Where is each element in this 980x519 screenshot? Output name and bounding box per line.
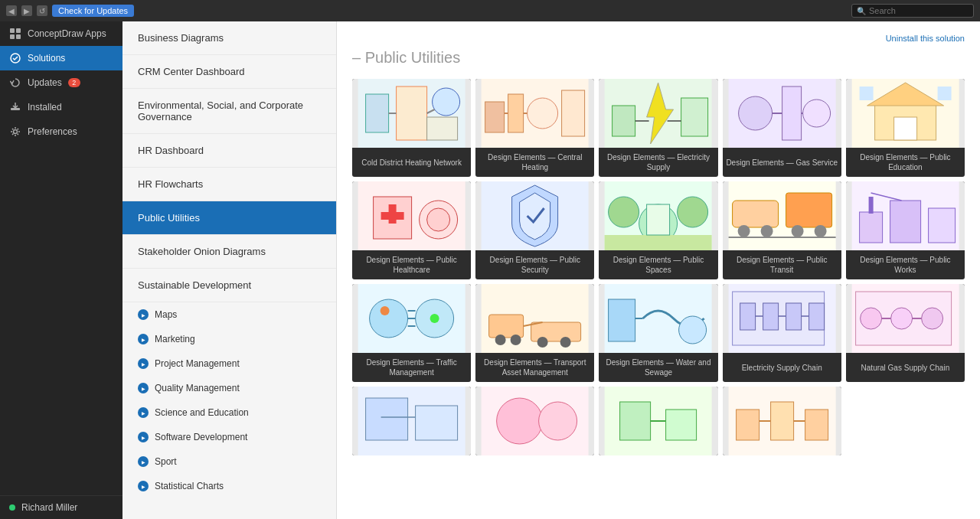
grid-thumb <box>352 387 471 455</box>
grid-item[interactable]: Cold District Heating Network <box>352 79 471 177</box>
sub-marketing[interactable]: Marketing <box>122 327 336 351</box>
grid-item[interactable] <box>475 387 594 455</box>
grid-thumb <box>846 79 965 148</box>
grid-label: Design Elements — Public Spaces <box>599 250 717 279</box>
installed-icon <box>9 101 21 113</box>
grid-item[interactable]: Design Elements — Public Education <box>846 79 965 177</box>
nav-hr-flowcharts[interactable]: HR Flowcharts <box>122 168 336 201</box>
grid-item[interactable] <box>352 387 471 455</box>
sidebar-prefs-label: Preferences <box>28 126 77 137</box>
svg-point-10 <box>433 88 460 116</box>
svg-rect-63 <box>928 208 955 243</box>
grid-item[interactable]: Design Elements — Public Spaces <box>599 181 717 279</box>
user-item: Richard Miller <box>0 496 122 519</box>
nav-list: Business Diagrams CRM Center Dashboard E… <box>122 21 337 519</box>
sub-sport[interactable]: Sport <box>122 449 336 474</box>
grid-item[interactable]: Design Elements — Transport Asset Manage… <box>475 284 594 382</box>
sidebar-solutions-label: Solutions <box>28 53 65 64</box>
sub-science[interactable]: Science and Education <box>122 400 336 425</box>
nav-sustainable[interactable]: Sustainable Development <box>122 269 336 302</box>
solutions-icon <box>9 52 21 64</box>
expand-project-icon <box>138 358 149 369</box>
refresh-button[interactable]: ↺ <box>37 5 47 16</box>
grid-thumb <box>352 284 471 353</box>
sidebar-installed-label: Installed <box>28 102 62 113</box>
svg-rect-11 <box>427 117 458 140</box>
sidebar-item-preferences[interactable]: Preferences <box>0 119 122 144</box>
sidebar-item-solutions[interactable]: Solutions <box>0 46 122 70</box>
sub-project-mgmt[interactable]: Project Management <box>122 351 336 376</box>
updates-icon <box>9 77 21 89</box>
grid-thumb <box>723 79 841 148</box>
search-box: 🔍 <box>851 4 974 18</box>
svg-rect-62 <box>890 201 920 243</box>
expand-marketing-icon <box>138 334 149 344</box>
expand-software-icon <box>138 432 149 442</box>
sidebar-item-updates[interactable]: Updates 2 <box>0 70 122 95</box>
apps-icon <box>9 28 21 40</box>
sidebar-item-apps[interactable]: ConceptDraw Apps <box>0 21 122 46</box>
svg-point-47 <box>609 197 639 227</box>
sub-quality-mgmt[interactable]: Quality Management <box>122 376 336 400</box>
nav-stakeholder[interactable]: Stakeholder Onion Diagrams <box>122 235 336 269</box>
check-updates-button[interactable]: Check for Updates <box>52 5 134 17</box>
gear-icon <box>9 126 21 138</box>
grid-thumb <box>352 181 471 250</box>
sub-maps[interactable]: Maps <box>122 302 336 327</box>
grid-label: Design Elements — Public Education <box>846 148 965 177</box>
grid-label: Design Elements — Public Healthcare <box>352 250 471 279</box>
svg-rect-36 <box>893 117 916 140</box>
grid-item[interactable]: Design Elements — Central Heating <box>475 79 594 177</box>
svg-rect-54 <box>786 193 831 227</box>
grid-item[interactable]: Natural Gas Supply Chain <box>846 284 965 382</box>
titlebar: ◀ ▶ ↺ Check for Updates 🔍 <box>0 0 980 21</box>
grid-item[interactable]: Design Elements — Electricity Supply <box>599 79 717 177</box>
grid-item[interactable]: Design Elements — Traffic Management <box>352 284 471 382</box>
grid-item[interactable]: Design Elements — Public Transit <box>723 181 841 279</box>
svg-point-44 <box>427 208 450 231</box>
grid-thumb <box>475 284 594 353</box>
sub-project-label: Project Management <box>155 358 240 369</box>
sidebar-item-installed[interactable]: Installed <box>0 95 122 119</box>
user-online-indicator <box>9 504 15 511</box>
sub-software-dev[interactable]: Software Development <box>122 425 336 449</box>
grid-item[interactable]: Design Elements — Gas Service <box>723 79 841 177</box>
svg-rect-90 <box>808 303 824 330</box>
grid-item[interactable] <box>723 387 841 455</box>
svg-point-73 <box>430 314 439 323</box>
svg-point-6 <box>14 130 18 134</box>
svg-point-78 <box>511 335 521 345</box>
grid-label: Design Elements — Central Heating <box>475 148 594 177</box>
nav-business-diagrams[interactable]: Business Diagrams <box>122 21 336 55</box>
uninstall-link[interactable]: Uninstall this solution <box>352 34 965 43</box>
nav-public-utilities[interactable]: Public Utilities <box>122 201 336 235</box>
svg-point-96 <box>860 308 881 329</box>
svg-point-55 <box>737 225 750 237</box>
svg-rect-82 <box>609 299 635 341</box>
grid-item[interactable]: Design Elements — Public Healthcare <box>352 181 471 279</box>
nav-crm-dashboard[interactable]: CRM Center Dashboard <box>122 55 336 89</box>
svg-point-67 <box>370 299 408 338</box>
svg-point-56 <box>760 225 773 237</box>
sidebar-apps-label: ConceptDraw Apps <box>28 28 106 39</box>
sub-statistical-charts[interactable]: Statistical Charts <box>122 474 336 498</box>
svg-rect-18 <box>562 90 585 136</box>
svg-rect-102 <box>366 398 408 440</box>
search-input[interactable] <box>869 6 969 15</box>
sub-quality-label: Quality Management <box>155 383 240 393</box>
svg-rect-115 <box>805 410 828 440</box>
grid-item[interactable]: Electricity Supply Chain <box>723 284 841 382</box>
nav-esg[interactable]: Environmental, Social, and Corporate Gov… <box>122 89 336 134</box>
svg-rect-3 <box>16 34 21 39</box>
back-button[interactable]: ◀ <box>6 5 17 16</box>
svg-point-83 <box>679 316 707 344</box>
grid-item[interactable]: Design Elements — Water and Sewage <box>599 284 717 382</box>
grid-item[interactable]: Design Elements — Public Works <box>846 181 965 279</box>
grid-item[interactable] <box>599 387 717 455</box>
svg-rect-113 <box>736 410 759 440</box>
svg-rect-23 <box>612 106 635 136</box>
forward-button[interactable]: ▶ <box>21 5 32 16</box>
nav-hr-dashboard[interactable]: HR Dashboard <box>122 134 336 168</box>
grid-thumb <box>599 181 717 250</box>
grid-item[interactable]: Design Elements — Public Security <box>475 181 594 279</box>
